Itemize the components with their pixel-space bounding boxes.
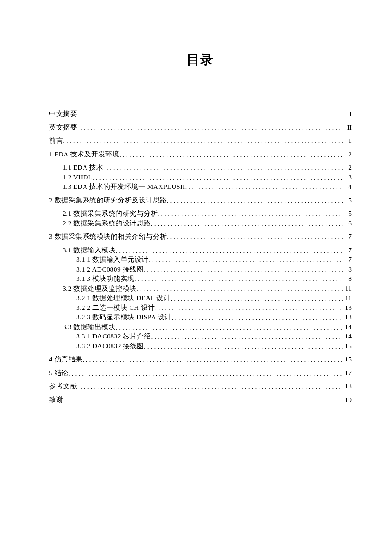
toc-entry: 3.3.2 DAC0832 接线图 15 xyxy=(49,343,352,350)
toc-leader-dots xyxy=(158,211,343,217)
toc-label: 中文摘要 xyxy=(49,110,77,117)
toc-entry: 3.1.1 数据输入单元设计7 xyxy=(49,256,352,263)
toc-label: 3.1.2 ADC0809 接线图 xyxy=(76,266,144,273)
toc-entry: 2.2 数据采集系统的设计思路 6 xyxy=(49,220,352,227)
toc-page-number: 6 xyxy=(343,220,352,227)
toc-page-number: 15 xyxy=(343,356,352,363)
table-of-contents: 中文摘要 I英文摘要 II前言 11 EDA 技术及开发环境 21.1 EDA … xyxy=(49,110,352,403)
toc-entry: 2.1 数据采集系统的研究与分析 5 xyxy=(49,210,352,217)
toc-entry: 1.1 EDA 技术 2 xyxy=(49,164,352,171)
toc-page-number: 4 xyxy=(343,183,352,190)
toc-entry: 3.2.3 数码显示模块 DISPA 设计13 xyxy=(49,314,352,321)
toc-page-number: 18 xyxy=(343,383,352,390)
toc-entry: 3.2.1 数据处理模块 DEAL 设计 11 xyxy=(49,295,352,301)
toc-page-number: II xyxy=(343,124,352,131)
toc-leader-dots xyxy=(172,314,343,321)
toc-page-number: 2 xyxy=(343,151,352,158)
toc-page-number: 7 xyxy=(343,247,352,254)
toc-label: 2.2 数据采集系统的设计思路 xyxy=(63,220,151,227)
toc-leader-dots xyxy=(167,197,343,204)
toc-entry: 英文摘要 II xyxy=(49,124,352,131)
toc-label: 5 结论 xyxy=(49,370,69,376)
toc-leader-dots xyxy=(137,286,343,292)
toc-entry: 前言 1 xyxy=(49,137,352,144)
toc-leader-dots xyxy=(151,220,343,227)
toc-leader-dots xyxy=(77,383,343,390)
toc-page-number: 11 xyxy=(343,295,352,301)
toc-label: 3.1 数据输入模块 xyxy=(63,247,115,254)
toc-leader-dots xyxy=(155,305,343,312)
toc-entry: 3.1 数据输入模块 7 xyxy=(49,247,352,254)
toc-page-number: 13 xyxy=(343,314,352,321)
toc-entry: 中文摘要 I xyxy=(49,110,352,117)
toc-entry: 1 EDA 技术及开发环境 2 xyxy=(49,151,352,158)
toc-label: 1.1 EDA 技术 xyxy=(63,164,103,171)
toc-label: 3.3 数据输出模块 xyxy=(63,324,115,330)
toc-label: 3.1.1 数据输入单元设计 xyxy=(76,256,149,263)
page-title: 目录 xyxy=(49,51,352,69)
toc-label: 2 数据采集系统的研究分析及设计思路 xyxy=(49,197,167,204)
toc-leader-dots xyxy=(144,266,343,273)
toc-leader-dots xyxy=(115,247,343,254)
toc-label: 前言 xyxy=(49,137,63,144)
toc-label: 3 数据采集系统模块的相关介绍与分析 xyxy=(49,233,167,240)
toc-label: 致谢 xyxy=(49,396,63,403)
toc-label: 3.2.3 数码显示模块 DISPA 设计 xyxy=(76,314,172,321)
toc-label: 4 仿真结果 xyxy=(49,356,83,363)
toc-page-number: 14 xyxy=(343,324,352,330)
toc-page-number: 5 xyxy=(343,197,352,204)
toc-entry: 3.2.2 二选一模块 CH 设计13 xyxy=(49,304,352,311)
toc-page-number: 13 xyxy=(343,304,352,311)
toc-entry: 3.3 数据输出模块14 xyxy=(49,324,352,330)
toc-label: 英文摘要 xyxy=(49,124,77,131)
toc-entry: 1.3 EDA 技术的开发环境一 MAXPLUSII4 xyxy=(49,183,352,190)
toc-entry: 致谢 19 xyxy=(49,396,352,403)
toc-page-number: 17 xyxy=(343,370,352,376)
toc-label: 1 EDA 技术及开发环境 xyxy=(49,151,119,158)
toc-entry: 5 结论17 xyxy=(49,370,352,376)
toc-entry: 4 仿真结果 15 xyxy=(49,356,352,363)
toc-label: 3.2 数据处理及监控模块 xyxy=(63,285,137,292)
toc-leader-dots xyxy=(149,257,343,263)
toc-page-number: 14 xyxy=(343,333,352,340)
toc-label: 3.3.2 DAC0832 接线图 xyxy=(76,343,144,350)
toc-leader-dots xyxy=(170,295,343,302)
toc-leader-dots xyxy=(167,234,343,240)
toc-entry: 2 数据采集系统的研究分析及设计思路 5 xyxy=(49,197,352,204)
toc-label: 3.2.1 数据处理模块 DEAL 设计 xyxy=(76,295,170,301)
toc-entry: 1.2 VHDL 3 xyxy=(49,174,352,181)
toc-leader-dots xyxy=(77,124,343,131)
toc-page-number: 5 xyxy=(343,210,352,217)
toc-page-number: 3 xyxy=(343,174,352,181)
toc-leader-dots xyxy=(103,165,343,171)
toc-label: 参考文献 xyxy=(49,383,77,390)
toc-leader-dots xyxy=(77,111,343,118)
toc-leader-dots xyxy=(63,138,343,145)
toc-page-number: 2 xyxy=(343,164,352,171)
toc-page-number: I xyxy=(343,110,352,117)
toc-leader-dots xyxy=(115,324,343,331)
toc-page-number: 11 xyxy=(343,285,352,292)
toc-leader-dots xyxy=(63,397,343,404)
toc-entry: 3.1.2 ADC0809 接线图 8 xyxy=(49,266,352,273)
toc-entry: 3.2 数据处理及监控模块 11 xyxy=(49,285,352,292)
toc-leader-dots xyxy=(83,356,343,363)
toc-page-number: 15 xyxy=(343,343,352,350)
toc-page-number: 8 xyxy=(343,266,352,273)
toc-entry: 3 数据采集系统模块的相关介绍与分析 7 xyxy=(49,233,352,240)
toc-leader-dots xyxy=(151,333,343,340)
toc-page-number: 7 xyxy=(343,256,352,263)
toc-leader-dots xyxy=(92,174,343,181)
toc-entry: 3.1.3 模块功能实现8 xyxy=(49,275,352,282)
toc-label: 2.1 数据采集系统的研究与分析 xyxy=(63,210,158,217)
toc-label: 3.1.3 模块功能实现 xyxy=(76,275,135,282)
toc-label: 3.3.1 DAC0832 芯片介绍 xyxy=(76,333,151,340)
toc-leader-dots xyxy=(119,151,343,158)
toc-entry: 3.3.1 DAC0832 芯片介绍 14 xyxy=(49,333,352,340)
toc-page-number: 7 xyxy=(343,233,352,240)
toc-entry: 参考文献18 xyxy=(49,383,352,390)
toc-leader-dots xyxy=(69,370,343,377)
toc-page-number: 8 xyxy=(343,275,352,282)
toc-page-number: 19 xyxy=(343,396,352,403)
toc-leader-dots xyxy=(185,184,343,191)
